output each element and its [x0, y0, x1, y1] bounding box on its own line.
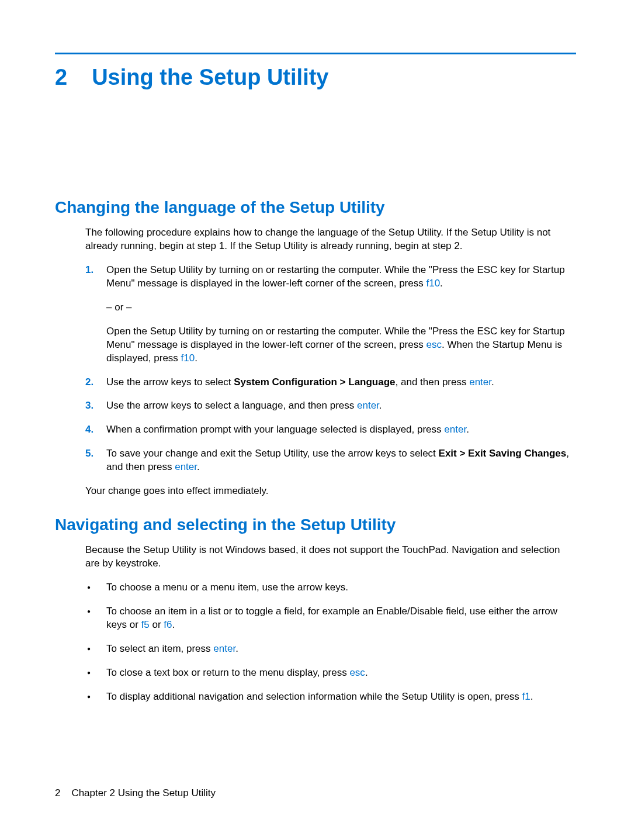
key-enter-5: enter — [175, 461, 197, 472]
step1-text-a: Open the Setup Utility by turning on or … — [106, 264, 565, 289]
bullet-4: To close a text box or return to the men… — [85, 666, 576, 680]
step-1: Open the Setup Utility by turning on or … — [85, 264, 576, 365]
b3-text-a: To select an item, press — [106, 643, 213, 654]
b4-period: . — [365, 667, 368, 678]
step5-text-a: To save your change and exit the Setup U… — [106, 448, 439, 459]
key-enter-b3: enter — [213, 643, 235, 654]
key-esc: esc — [426, 339, 441, 350]
key-f5: f5 — [141, 619, 150, 630]
chapter-heading: 2 Using the Setup Utility — [55, 65, 576, 90]
key-f1: f1 — [522, 691, 531, 702]
step3-period: . — [379, 400, 382, 411]
step5-bold: Exit > Exit Saving Changes — [439, 448, 567, 459]
step1-period-b: . — [195, 352, 197, 364]
key-esc-b4: esc — [349, 667, 365, 678]
bullet-1: To choose a menu or a menu item, use the… — [85, 581, 576, 594]
key-enter-2: enter — [469, 376, 491, 388]
b2-or: or — [150, 619, 164, 630]
step-3: Use the arrow keys to select a language,… — [85, 399, 576, 413]
b2-period: . — [172, 619, 175, 630]
step-5: To save your change and exit the Setup U… — [85, 447, 576, 474]
section1-steps: Open the Setup Utility by turning on or … — [85, 264, 576, 474]
section1-heading: Changing the language of the Setup Utili… — [55, 198, 576, 217]
step1-or: – or – — [106, 301, 576, 314]
bullet-3: To select an item, press enter. — [85, 642, 576, 656]
step2-text-a: Use the arrow keys to select — [106, 376, 234, 388]
b3-period: . — [235, 643, 238, 654]
footer-chapter: Chapter 2 Using the Setup Utility — [71, 787, 216, 798]
section1-closing: Your change goes into effect immediately… — [85, 485, 576, 498]
b4-text-a: To close a text box or return to the men… — [106, 667, 349, 678]
step1-alt: Open the Setup Utility by turning on or … — [106, 325, 576, 365]
bullet-5: To display additional navigation and sel… — [85, 690, 576, 704]
chapter-rule — [55, 53, 576, 54]
step2-period: . — [491, 376, 494, 388]
chapter-title: Using the Setup Utility — [92, 65, 328, 90]
key-enter-4: enter — [444, 424, 466, 435]
b5-period: . — [531, 691, 533, 702]
step3-text-a: Use the arrow keys to select a language,… — [106, 400, 357, 411]
step2-bold: System Configuration > Language — [234, 376, 395, 388]
key-f6: f6 — [164, 619, 172, 630]
section1-intro: The following procedure explains how to … — [85, 226, 576, 253]
step2-text-b: , and then press — [396, 376, 470, 388]
step4-period: . — [466, 424, 469, 435]
step-2: Use the arrow keys to select System Conf… — [85, 376, 576, 389]
step1-period: . — [440, 278, 443, 289]
footer-pagenum: 2 — [55, 787, 60, 798]
section2-bullets: To choose a menu or a menu item, use the… — [85, 581, 576, 704]
key-enter-3: enter — [357, 400, 379, 411]
b5-text-a: To display additional navigation and sel… — [106, 691, 522, 702]
key-f10: f10 — [426, 278, 440, 289]
step-4: When a confirmation prompt with your lan… — [85, 423, 576, 437]
page-footer: 2 Chapter 2 Using the Setup Utility — [55, 787, 216, 799]
section2-heading: Navigating and selecting in the Setup Ut… — [55, 516, 576, 534]
bullet-2: To choose an item in a list or to toggle… — [85, 605, 576, 632]
chapter-number: 2 — [55, 65, 67, 90]
key-f10-b: f10 — [181, 352, 195, 364]
step4-text-a: When a confirmation prompt with your lan… — [106, 424, 444, 435]
step5-period: . — [197, 461, 200, 472]
section2-intro: Because the Setup Utility is not Windows… — [85, 544, 576, 571]
